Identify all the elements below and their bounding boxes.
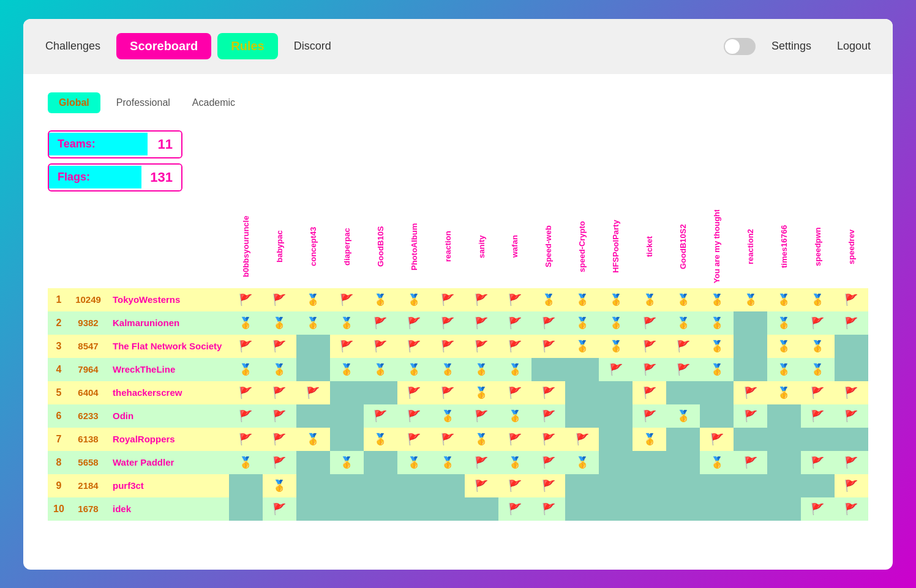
cell-challenge xyxy=(767,497,801,521)
cell-challenge: 🚩 xyxy=(498,381,532,404)
nav-settings[interactable]: Settings xyxy=(762,35,821,58)
cell-challenge: 🚩 xyxy=(431,288,465,311)
cell-challenge xyxy=(330,404,364,428)
cell-rank: 5 xyxy=(48,381,70,404)
cell-challenge: 🚩 xyxy=(734,451,767,474)
cell-team-name: Odin xyxy=(107,404,229,428)
cell-challenge: 🚩 xyxy=(633,335,666,358)
col-score xyxy=(70,210,107,288)
cell-challenge: 🥇 xyxy=(431,404,465,428)
cell-challenge: 🚩 xyxy=(633,381,666,404)
cell-challenge: 🚩 xyxy=(465,288,498,311)
cell-challenge: 🚩 xyxy=(734,404,767,428)
cell-challenge: 🚩 xyxy=(835,404,868,428)
teams-label: Teams: xyxy=(49,133,148,155)
cell-challenge: 🥇 xyxy=(296,311,330,335)
cell-challenge: 🚩 xyxy=(531,428,565,451)
cell-challenge: 🚩 xyxy=(263,381,296,404)
cell-challenge xyxy=(734,358,767,381)
cell-rank: 10 xyxy=(48,497,70,521)
cell-team-name: Water Paddler xyxy=(107,451,229,474)
cell-challenge xyxy=(801,428,835,451)
cell-challenge: 🚩 xyxy=(801,404,835,428)
nav-discord[interactable]: Discord xyxy=(284,35,341,58)
cell-challenge: 🥇 xyxy=(700,288,734,311)
cell-challenge: 🚩 xyxy=(465,451,498,474)
cell-challenge: 🥇 xyxy=(431,358,465,381)
cell-challenge: 🥇 xyxy=(397,451,431,474)
tab-professional[interactable]: Professional xyxy=(110,92,176,113)
cell-challenge: 🥇 xyxy=(565,311,599,335)
cell-challenge: 🚩 xyxy=(498,428,532,451)
cell-score: 6233 xyxy=(70,404,107,428)
cell-challenge: 🥇 xyxy=(700,451,734,474)
cell-challenge xyxy=(767,474,801,497)
cell-challenge xyxy=(666,381,700,404)
table-row: 85658Water Paddler🥇🚩🥇🥇🥇🚩🥇🚩🥇🥇🚩🚩🚩 xyxy=(48,451,868,474)
cell-challenge: 🚩 xyxy=(666,335,700,358)
col-rank xyxy=(48,210,70,288)
cell-challenge: 🚩 xyxy=(531,451,565,474)
cell-challenge xyxy=(565,404,599,428)
cell-challenge: 🥇 xyxy=(565,335,599,358)
cell-challenge: 🚩 xyxy=(263,428,296,451)
tab-academic[interactable]: Academic xyxy=(186,92,241,113)
col-speed-Crypto: speed-Crypto xyxy=(565,210,599,288)
cell-score: 9382 xyxy=(70,311,107,335)
cell-challenge xyxy=(734,428,767,451)
cell-challenge: 🥇 xyxy=(666,288,700,311)
scoreboard-table: b0bbsyourunclebabypacconcept43diaperpacG… xyxy=(48,210,868,521)
cell-challenge: 🥇 xyxy=(296,288,330,311)
cell-challenge xyxy=(296,335,330,358)
cell-challenge: 🥇 xyxy=(330,451,364,474)
cell-challenge: 🥇 xyxy=(734,288,767,311)
cell-challenge: 🚩 xyxy=(835,381,868,404)
nav-challenges[interactable]: Challenges xyxy=(36,35,110,58)
table-row: 76138RoyalRoppers🚩🚩🥇🥇🚩🚩🥇🚩🚩🚩🥇🚩 xyxy=(48,428,868,451)
cell-challenge: 🚩 xyxy=(364,335,397,358)
cell-challenge: 🥇 xyxy=(599,288,633,311)
cell-challenge: 🚩 xyxy=(465,404,498,428)
cell-challenge: 🥇 xyxy=(296,428,330,451)
teams-value: 11 xyxy=(148,132,181,157)
col-team xyxy=(107,210,229,288)
cell-challenge: 🥇 xyxy=(767,358,801,381)
cell-challenge: 🚩 xyxy=(498,497,532,521)
cell-challenge: 🥇 xyxy=(498,451,532,474)
cell-challenge: 🥇 xyxy=(465,358,498,381)
cell-challenge xyxy=(835,428,868,451)
cell-challenge: 🚩 xyxy=(835,311,868,335)
table-row: 47964WreckTheLine🥇🥇🥇🥇🥇🥇🥇🥇🚩🚩🚩🥇🥇🥇 xyxy=(48,358,868,381)
dark-mode-toggle[interactable] xyxy=(724,38,756,55)
cell-challenge xyxy=(431,474,465,497)
cell-challenge xyxy=(767,428,801,451)
cell-challenge: 🚩 xyxy=(229,381,263,404)
cell-challenge xyxy=(666,497,700,521)
col-reaction2: reaction2 xyxy=(734,210,767,288)
cell-challenge: 🥇 xyxy=(599,335,633,358)
cell-challenge xyxy=(835,358,868,381)
cell-challenge: 🥇 xyxy=(599,311,633,335)
nav-rules[interactable]: Rules xyxy=(217,33,277,59)
cell-challenge xyxy=(565,497,599,521)
table-row: 101678idek🚩🚩🚩🚩🚩 xyxy=(48,497,868,521)
table-row: 110249TokyoWesterns🚩🚩🥇🚩🥇🥇🚩🚩🚩🥇🥇🥇🥇🥇🥇🥇🥇🥇🚩 xyxy=(48,288,868,311)
cell-challenge: 🥇 xyxy=(263,474,296,497)
nav-logout[interactable]: Logout xyxy=(827,35,880,58)
nav-scoreboard[interactable]: Scoreboard xyxy=(116,33,211,59)
cell-challenge xyxy=(599,497,633,521)
cell-challenge: 🚩 xyxy=(431,428,465,451)
cell-challenge: 🥇 xyxy=(767,311,801,335)
col-concept43: concept43 xyxy=(296,210,330,288)
cell-challenge: 🥇 xyxy=(565,451,599,474)
cell-challenge: 🚩 xyxy=(465,311,498,335)
col-times16766: times16766 xyxy=(767,210,801,288)
cell-team-name: Kalmarunionen xyxy=(107,311,229,335)
cell-challenge xyxy=(599,451,633,474)
cell-rank: 6 xyxy=(48,404,70,428)
cell-challenge xyxy=(229,474,263,497)
table-row: 92184purf3ct🥇🚩🚩🚩🚩 xyxy=(48,474,868,497)
cell-challenge: 🚩 xyxy=(397,404,431,428)
cell-challenge: 🥇 xyxy=(465,428,498,451)
tab-global[interactable]: Global xyxy=(48,92,100,113)
